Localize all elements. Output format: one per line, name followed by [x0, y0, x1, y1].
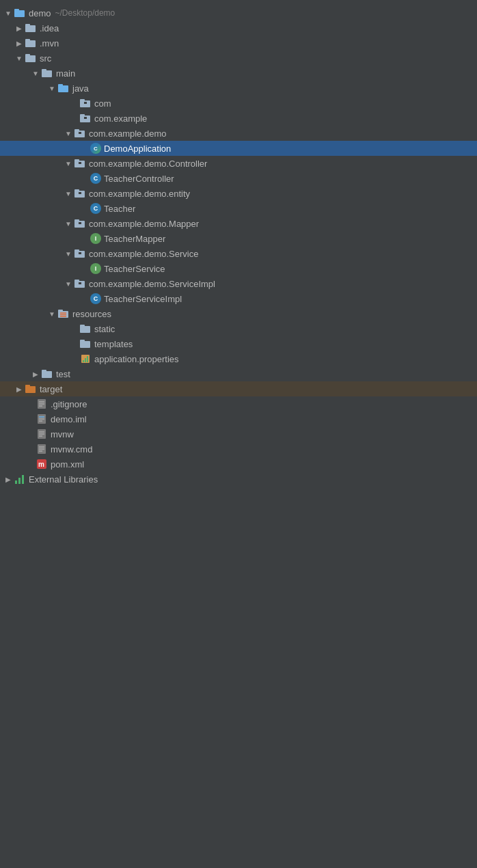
svg-rect-17 — [84, 117, 87, 119]
tree-item-test[interactable]: ▶ test — [0, 366, 477, 381]
com-example-demo-label: com.example.demo — [89, 128, 166, 139]
svg-rect-20 — [79, 132, 81, 134]
tree-item-service-pkg[interactable]: ▼ com.example.demo.Service — [0, 246, 477, 261]
tree-item-mvnw-cmd[interactable]: mvnw.cmd — [0, 442, 477, 457]
com-example-demo-package-icon — [74, 128, 86, 139]
tree-item-com-example[interactable]: com.example — [0, 111, 477, 126]
pom-file-icon: m — [36, 459, 48, 470]
serviceimpl-pkg-label: com.example.demo.ServiceImpl — [89, 279, 215, 289]
tree-item-target[interactable]: ▶ target — [0, 381, 477, 396]
svg-rect-22 — [74, 159, 79, 162]
svg-rect-23 — [79, 162, 81, 164]
svg-rect-48 — [87, 356, 88, 362]
tree-item-application-properties[interactable]: application.properties — [0, 351, 477, 366]
tree-item-pom-xml[interactable]: m pom.xml — [0, 457, 477, 472]
tree-item-java[interactable]: ▼ java — [0, 81, 477, 96]
com-package-icon — [79, 98, 92, 109]
mvnw-cmd-file-icon — [36, 444, 48, 455]
mvn-label: .mvn — [40, 38, 59, 49]
tree-item-entity-pkg[interactable]: ▼ com.example.demo.entity — [0, 186, 477, 201]
teacher-mapper-interface-icon: I — [90, 233, 101, 244]
tree-item-src[interactable]: ▼ src — [0, 51, 477, 66]
svg-rect-32 — [79, 252, 81, 254]
svg-rect-9 — [42, 69, 46, 72]
svg-rect-19 — [74, 129, 79, 132]
gitignore-file-icon — [36, 398, 48, 409]
tree-item-mapper-pkg[interactable]: ▼ com.example.demo.Mapper — [0, 216, 477, 231]
svg-rect-5 — [25, 39, 30, 42]
controller-pkg-icon — [74, 158, 86, 169]
svg-rect-71 — [15, 480, 17, 484]
test-label: test — [56, 369, 70, 379]
entity-pkg-icon — [74, 188, 86, 199]
tree-item-demo-iml[interactable]: demo.iml — [0, 411, 477, 426]
svg-text:m: m — [38, 461, 44, 468]
tree-item-templates[interactable]: templates — [0, 336, 477, 351]
tree-item-static[interactable]: static — [0, 321, 477, 336]
tree-item-TeacherServiceImpl[interactable]: C TeacherServiceImpl — [0, 291, 477, 306]
src-arrow: ▼ — [14, 53, 25, 64]
tree-item-controller-pkg[interactable]: ▼ com.example.demo.Controller — [0, 156, 477, 171]
controller-pkg-label: com.example.demo.Controller — [89, 159, 207, 169]
tree-item-TeacherService[interactable]: I TeacherService — [0, 261, 477, 276]
service-pkg-arrow: ▼ — [63, 248, 74, 259]
svg-rect-26 — [79, 192, 81, 194]
teacher-ctrl-label: TeacherController — [104, 174, 174, 184]
ext-lib-label: External Libraries — [29, 474, 98, 485]
svg-rect-34 — [74, 280, 79, 282]
tree-item-mvn[interactable]: ▶ .mvn — [0, 36, 477, 51]
demo-app-class-icon: C — [90, 143, 101, 154]
tree-item-com[interactable]: com — [0, 96, 477, 111]
com-example-demo-arrow: ▼ — [63, 128, 74, 139]
svg-rect-37 — [58, 310, 63, 312]
tree-item-resources[interactable]: ▼ resources — [0, 306, 477, 321]
demo-app-label: DemoApplication — [104, 144, 171, 154]
resources-arrow: ▼ — [46, 308, 57, 319]
tree-item-idea[interactable]: ▶ .idea — [0, 21, 477, 36]
svg-rect-16 — [80, 114, 85, 117]
root-folder-icon — [14, 8, 26, 18]
mapper-pkg-arrow: ▼ — [63, 218, 74, 229]
demo-iml-label: demo.iml — [51, 414, 87, 424]
tree-item-serviceimpl-pkg[interactable]: ▼ com.example.demo.ServiceImpl — [0, 276, 477, 291]
svg-rect-42 — [80, 325, 85, 327]
svg-rect-14 — [84, 102, 87, 104]
root-label: demo — [29, 8, 51, 18]
tree-root[interactable]: ▼ demo ~/Desktop/demo — [0, 5, 477, 21]
target-arrow: ▶ — [14, 383, 25, 394]
mvn-arrow: ▶ — [14, 38, 25, 49]
mvn-folder-icon — [25, 38, 37, 49]
tree-item-external-libraries[interactable]: ▶ External Libraries — [0, 472, 477, 487]
svg-rect-31 — [74, 249, 79, 252]
main-folder-icon — [41, 68, 53, 79]
com-label: com — [94, 98, 111, 109]
test-folder-icon — [41, 368, 53, 379]
pom-label: pom.xml — [51, 459, 84, 470]
mvnw-file-icon — [36, 429, 48, 439]
root-sublabel: ~/Desktop/demo — [55, 8, 115, 18]
ext-lib-arrow: ▶ — [3, 474, 14, 485]
teacher-serviceimpl-label: TeacherServiceImpl — [104, 294, 182, 304]
main-arrow: ▼ — [30, 68, 41, 79]
tree-item-main[interactable]: ▼ main — [0, 66, 477, 81]
templates-folder-icon — [79, 338, 92, 349]
tree-item-mvnw[interactable]: mvnw — [0, 426, 477, 442]
tree-item-TeacherMapper[interactable]: I TeacherMapper — [0, 231, 477, 246]
tree-item-com-example-demo[interactable]: ▼ com.example.demo — [0, 126, 477, 141]
tree-item-TeacherController[interactable]: C TeacherController — [0, 171, 477, 186]
tree-item-gitignore[interactable]: .gitignore — [0, 396, 477, 411]
resources-label: resources — [72, 309, 111, 319]
java-folder-icon — [57, 83, 70, 94]
tree-item-DemoApplication[interactable]: C DemoApplication — [0, 141, 477, 156]
static-label: static — [94, 324, 115, 334]
target-folder-icon — [25, 383, 37, 394]
demo-iml-file-icon — [36, 413, 48, 424]
teacher-mapper-label: TeacherMapper — [104, 234, 165, 244]
resources-folder-icon — [57, 308, 70, 319]
svg-rect-7 — [25, 54, 30, 57]
tree-item-Teacher[interactable]: C Teacher — [0, 201, 477, 216]
src-folder-icon — [25, 53, 37, 64]
service-pkg-label: com.example.demo.Service — [89, 249, 198, 259]
svg-rect-1 — [14, 9, 19, 12]
mvnw-label: mvnw — [51, 429, 74, 439]
